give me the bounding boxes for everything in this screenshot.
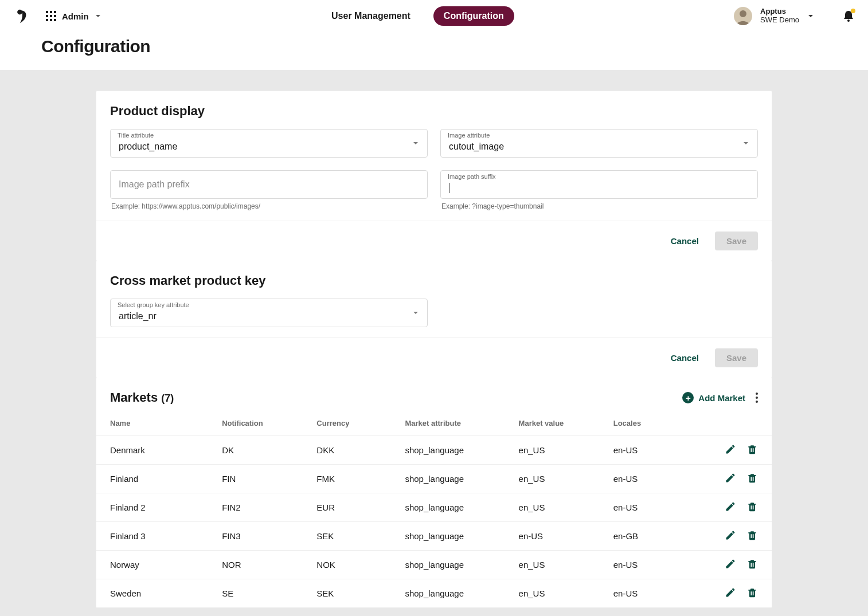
edit-icon[interactable]	[725, 501, 736, 512]
field-label: Select group key attribute	[118, 301, 189, 308]
delete-icon[interactable]	[746, 558, 758, 570]
delete-icon[interactable]	[746, 501, 758, 512]
cell-locales: en-US	[608, 493, 702, 522]
cell-market-attribute: shop_language	[399, 493, 513, 522]
cell-name: Norway	[96, 551, 216, 579]
save-button[interactable]: Save	[715, 348, 758, 367]
svg-rect-2	[50, 11, 52, 13]
topbar: Admin User Management Configuration Appt…	[0, 0, 868, 32]
svg-point-11	[847, 19, 850, 22]
cross-market-title: Cross market product key	[110, 273, 758, 288]
cell-name: Finland 2	[96, 493, 216, 522]
svg-rect-3	[54, 11, 56, 13]
cell-market-attribute: shop_language	[399, 436, 513, 465]
product-display-title: Product display	[110, 104, 758, 119]
svg-rect-9	[54, 19, 56, 21]
image-path-prefix-input[interactable]: Image path prefix	[110, 170, 428, 199]
user-org: Apptus	[760, 7, 799, 16]
cell-market-attribute: shop_language	[399, 522, 513, 551]
edit-icon[interactable]	[725, 444, 736, 455]
avatar[interactable]	[734, 7, 752, 25]
edit-icon[interactable]	[725, 472, 736, 484]
cross-market-panel: Cross market product key Select group ke…	[96, 261, 772, 378]
nav-user-management[interactable]: User Management	[321, 6, 421, 26]
cell-market-attribute: shop_language	[399, 551, 513, 579]
field-label: Image path suffix	[448, 173, 496, 180]
delete-icon[interactable]	[746, 587, 758, 598]
helper-text: Example: https://www.apptus.com/public/i…	[111, 202, 427, 210]
cell-locales: en-US	[608, 465, 702, 493]
field-label: Title attribute	[118, 132, 154, 139]
notifications-button[interactable]	[843, 10, 854, 22]
svg-rect-7	[46, 19, 48, 21]
chevron-down-icon[interactable]	[807, 13, 814, 19]
save-button[interactable]: Save	[715, 232, 758, 250]
cell-currency: FMK	[311, 465, 399, 493]
edit-icon[interactable]	[725, 529, 736, 541]
th-notification[interactable]: Notification	[216, 411, 311, 436]
cell-name: Sweden	[96, 579, 216, 608]
svg-point-10	[740, 10, 746, 17]
field-label: Image attribute	[448, 132, 490, 139]
user-env: SWE Demo	[760, 16, 799, 25]
edit-icon[interactable]	[725, 587, 736, 598]
cell-locales: en-US	[608, 551, 702, 579]
image-attribute-select[interactable]: Image attribute cutout_image	[440, 129, 758, 158]
group-key-select[interactable]: Select group key attribute article_nr	[110, 299, 428, 327]
cell-locales: en-US	[608, 436, 702, 465]
cell-currency: SEK	[311, 579, 399, 608]
cell-market-attribute: shop_language	[399, 579, 513, 608]
product-display-panel: Product display Title attribute product_…	[96, 91, 772, 261]
add-market-label: Add Market	[698, 393, 745, 403]
field-value: product_name	[119, 142, 177, 152]
field-value: cutout_image	[449, 142, 504, 152]
delete-icon[interactable]	[746, 529, 758, 541]
app-switcher[interactable]: Admin	[46, 11, 101, 21]
th-locales[interactable]: Locales	[608, 411, 702, 436]
cell-currency: EUR	[311, 493, 399, 522]
chevron-down-icon	[742, 140, 749, 147]
brand-logo[interactable]	[14, 8, 30, 24]
cancel-button[interactable]: Cancel	[664, 232, 706, 250]
field-value: article_nr	[119, 311, 157, 321]
chevron-down-icon	[95, 13, 101, 19]
svg-rect-4	[46, 15, 48, 17]
cell-notification: FIN	[216, 465, 311, 493]
svg-rect-1	[46, 11, 48, 13]
image-path-suffix-input[interactable]: Image path suffix	[440, 170, 758, 199]
cancel-button[interactable]: Cancel	[664, 348, 706, 367]
cell-market-value: en_US	[513, 465, 608, 493]
markets-table: Name Notification Currency Market attrib…	[96, 411, 772, 607]
app-switcher-label: Admin	[62, 11, 89, 21]
table-row: FinlandFINFMKshop_languageen_USen-US	[96, 465, 772, 493]
delete-icon[interactable]	[746, 472, 758, 484]
cell-currency: DKK	[311, 436, 399, 465]
helper-text: Example: ?image-type=thumbnail	[441, 202, 757, 210]
cell-notification: NOR	[216, 551, 311, 579]
delete-icon[interactable]	[746, 444, 758, 455]
svg-rect-8	[50, 19, 52, 21]
chevron-down-icon	[412, 140, 419, 147]
th-currency[interactable]: Currency	[311, 411, 399, 436]
cell-notification: DK	[216, 436, 311, 465]
notification-dot-icon	[851, 9, 855, 13]
field-label: Image path prefix	[119, 179, 190, 190]
svg-point-0	[17, 10, 22, 15]
cell-name: Finland 3	[96, 522, 216, 551]
table-row: Finland 3FIN3SEKshop_languageen-USen-GB	[96, 522, 772, 551]
th-market-value[interactable]: Market value	[513, 411, 608, 436]
nav-configuration[interactable]: Configuration	[433, 6, 514, 26]
title-attribute-select[interactable]: Title attribute product_name	[110, 129, 428, 158]
table-row: SwedenSESEKshop_languageen_USen-US	[96, 579, 772, 608]
edit-icon[interactable]	[725, 558, 736, 570]
th-name[interactable]: Name	[96, 411, 216, 436]
add-market-button[interactable]: + Add Market	[682, 392, 745, 403]
svg-rect-5	[50, 15, 52, 17]
cell-notification: FIN3	[216, 522, 311, 551]
th-market-attribute[interactable]: Market attribute	[399, 411, 513, 436]
cell-market-attribute: shop_language	[399, 465, 513, 493]
more-options-button[interactable]	[756, 393, 758, 403]
user-menu[interactable]: Apptus SWE Demo	[760, 7, 799, 25]
cell-currency: NOK	[311, 551, 399, 579]
cell-locales: en-GB	[608, 522, 702, 551]
